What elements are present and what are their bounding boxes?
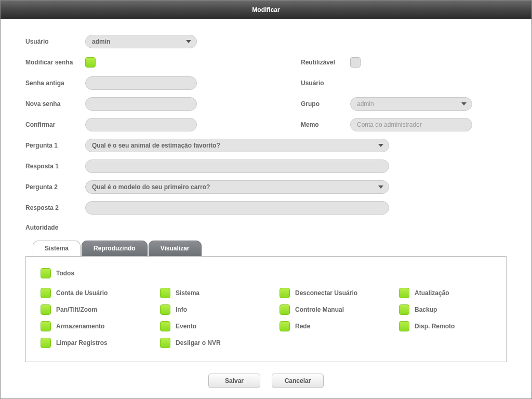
perm-todos[interactable]: Todos [41, 268, 493, 278]
perm-item[interactable]: Armazenamento [41, 321, 160, 331]
perm-item[interactable]: Desligar o NVR [160, 338, 280, 348]
usuario-right-label: Usuário [301, 79, 350, 87]
tab-reproduzindo[interactable]: Reproduzindo [82, 241, 148, 256]
resposta1-input[interactable] [85, 159, 389, 173]
chevron-down-icon [378, 185, 383, 189]
perm-item[interactable]: Sistema [160, 288, 280, 298]
perm-checkbox[interactable] [160, 321, 170, 331]
perm-checkbox[interactable] [280, 304, 290, 315]
perm-label: Controle Manual [295, 306, 344, 313]
usuario-select[interactable]: admin [85, 35, 197, 48]
chevron-down-icon [461, 102, 467, 105]
chevron-down-icon [186, 40, 191, 43]
reutilizavel-checkbox[interactable] [350, 57, 361, 68]
perm-label: Info [176, 306, 187, 313]
perm-item[interactable]: Backup [399, 304, 493, 315]
perm-item[interactable]: Pan/Tilt/Zoom [41, 304, 160, 315]
grupo-label: Grupo [301, 100, 350, 108]
perm-label: Rede [295, 323, 310, 330]
cancel-button[interactable]: Cancelar [272, 374, 324, 388]
nova-senha-input[interactable] [85, 97, 197, 111]
perm-item[interactable]: Limpar Registros [41, 338, 160, 348]
dialog-content: Usuário admin Modificar senha Reutilizáv… [1, 19, 531, 398]
memo-placeholder: Conta do administrador [357, 121, 422, 128]
perm-checkbox[interactable] [160, 338, 170, 348]
perm-item[interactable]: Info [160, 304, 280, 315]
memo-input[interactable]: Conta do administrador [350, 118, 472, 131]
perm-checkbox[interactable] [41, 288, 51, 298]
pergunta1-label: Pergunta 1 [25, 142, 85, 149]
authority-tabs: Sistema Reproduzindo Visualizar Todos Co… [25, 241, 507, 362]
perm-checkbox[interactable] [160, 288, 170, 298]
perm-checkbox[interactable] [399, 304, 409, 315]
chevron-down-icon [378, 144, 383, 147]
perm-item[interactable]: Atualização [399, 288, 493, 298]
senha-antiga-label: Senha antiga [25, 79, 85, 87]
perm-label: Sistema [176, 289, 200, 297]
confirmar-input[interactable] [85, 118, 197, 131]
reutilizavel-label: Reutilizável [301, 59, 350, 66]
resposta2-input[interactable] [85, 201, 389, 215]
tab-visualizar[interactable]: Visualizar [149, 241, 202, 256]
autoridade-label: Autoridade [25, 224, 507, 231]
confirmar-label: Confirmar [25, 121, 85, 128]
perm-item[interactable]: Conta de Usuário [41, 288, 160, 298]
modificar-senha-label: Modificar senha [25, 59, 85, 66]
perm-item[interactable]: Desconectar Usuário [280, 288, 399, 298]
perm-item[interactable]: Rede [280, 321, 399, 331]
modificar-senha-checkbox[interactable] [85, 57, 96, 68]
resposta1-label: Resposta 1 [25, 163, 85, 170]
perm-checkbox[interactable] [280, 288, 290, 298]
perm-item[interactable]: Controle Manual [280, 304, 399, 315]
perm-label: Atualização [415, 289, 449, 297]
usuario-label: Usuário [25, 38, 85, 45]
perm-label: Desligar o NVR [176, 339, 221, 347]
dialog-title: Modificar [1, 1, 531, 19]
senha-antiga-input[interactable] [85, 76, 197, 90]
perm-checkbox[interactable] [399, 288, 409, 298]
perm-label: Disp. Remoto [415, 323, 455, 330]
tab-sistema[interactable]: Sistema [33, 241, 81, 256]
usuario-select-value: admin [92, 38, 110, 45]
dialog-footer: Salvar Cancelar [25, 362, 507, 393]
pergunta2-select[interactable]: Qual é o modelo do seu primeiro carro? [85, 180, 389, 194]
pergunta2-label: Pergunta 2 [25, 183, 85, 191]
perm-item[interactable]: Disp. Remoto [399, 321, 493, 331]
perm-todos-label: Todos [56, 270, 74, 277]
perm-label: Desconectar Usuário [295, 289, 357, 297]
pergunta1-select[interactable]: Qual é o seu animal de estimação favorit… [85, 139, 389, 152]
perm-label: Limpar Registros [56, 339, 108, 347]
nova-senha-label: Nova senha [25, 100, 85, 108]
perm-label: Conta de Usuário [56, 289, 108, 297]
perm-item[interactable]: Evento [160, 321, 280, 331]
form: Usuário admin Modificar senha Reutilizáv… [25, 35, 507, 215]
perm-checkbox[interactable] [160, 304, 170, 315]
perm-checkbox[interactable] [41, 338, 51, 348]
perm-checkbox[interactable] [399, 321, 409, 331]
save-button[interactable]: Salvar [208, 374, 260, 388]
grupo-select-value: admin [357, 100, 374, 108]
perm-label: Evento [176, 323, 196, 330]
perm-checkbox[interactable] [41, 321, 51, 331]
perm-todos-checkbox[interactable] [41, 268, 51, 278]
grupo-select[interactable]: admin [350, 97, 472, 111]
perm-checkbox[interactable] [280, 321, 290, 331]
modify-user-dialog: Modificar Usuário admin Modificar senha [0, 0, 532, 399]
tab-panel-sistema: Todos Conta de Usuário Sistema Desconect… [25, 256, 507, 362]
pergunta1-value: Qual é o seu animal de estimação favorit… [92, 142, 220, 149]
resposta2-label: Resposta 2 [25, 204, 85, 211]
perm-label: Pan/Tilt/Zoom [56, 306, 97, 313]
pergunta2-value: Qual é o modelo do seu primeiro carro? [92, 183, 210, 191]
perm-checkbox[interactable] [41, 304, 51, 315]
memo-label: Memo [301, 121, 350, 128]
perm-label: Armazenamento [56, 323, 104, 330]
perm-label: Backup [415, 306, 437, 313]
